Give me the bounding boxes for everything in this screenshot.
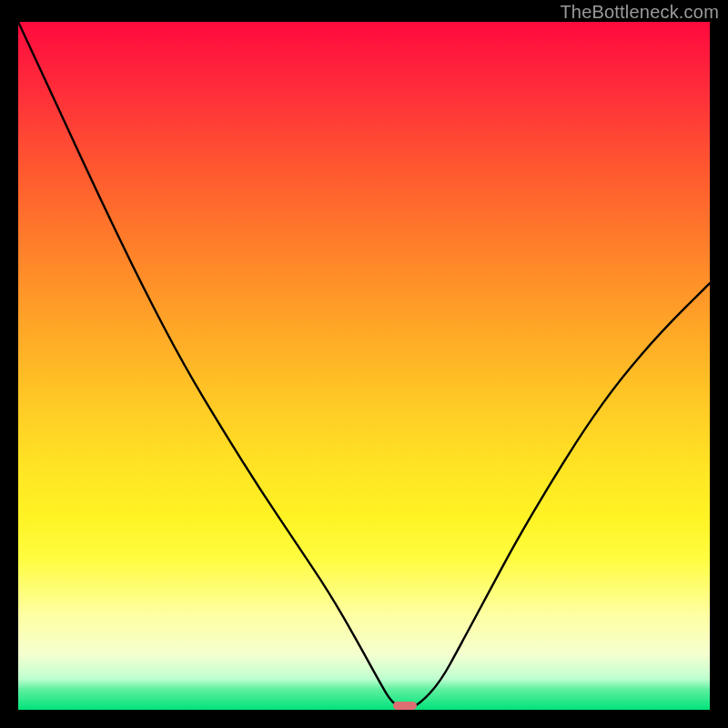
optimal-marker-icon <box>393 702 418 710</box>
bottleneck-curve <box>18 22 710 710</box>
attribution-text: TheBottleneck.com <box>560 2 719 23</box>
chart-container: TheBottleneck.com <box>0 0 728 728</box>
gradient-plot-area <box>18 22 710 710</box>
